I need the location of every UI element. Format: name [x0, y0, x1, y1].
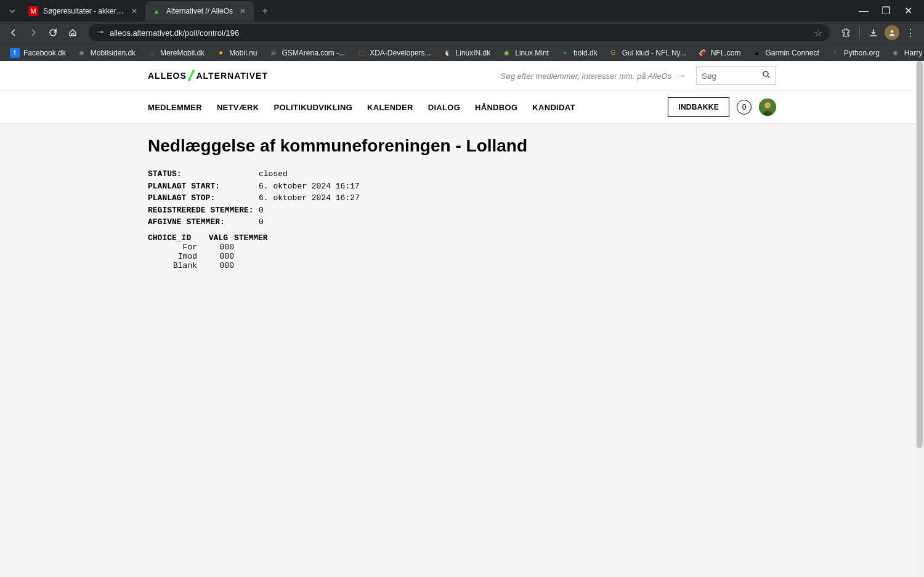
col-choice-id: CHOICE_ID: [148, 233, 203, 243]
bookmark-item[interactable]: fFacebook.dk: [5, 46, 71, 60]
bookmark-item[interactable]: ◉Mobilsiden.dk: [72, 46, 140, 60]
col-valg: VALG: [197, 233, 228, 243]
site-info-icon[interactable]: [96, 28, 105, 38]
scrollbar-thumb[interactable]: [917, 61, 923, 448]
bookmark-item[interactable]: ▣GSMArena.com -...: [263, 46, 350, 60]
tab-title: Søgeresultater - akkerdk@: [43, 7, 124, 15]
home-button[interactable]: [64, 24, 81, 41]
nav-haandbog[interactable]: HÅNDBOG: [475, 103, 517, 112]
page-content: ALLEOS / ALTERNATIVET Søg efter medlemme…: [0, 61, 924, 577]
bookmark-item[interactable]: ★Mobil.nu: [211, 46, 262, 60]
status-value: closed: [259, 168, 288, 180]
site-icon: ▦: [147, 48, 156, 58]
tab-favicon-icon: ▲: [152, 6, 161, 16]
python-icon: ⚕: [830, 48, 840, 58]
site-icon: ●: [560, 48, 570, 58]
bookmark-item[interactable]: 🏈NFL.com: [692, 46, 746, 60]
poll-status-block: STATUS: closed PLANLAGT START: 6. oktobe…: [148, 168, 776, 228]
svg-point-0: [98, 31, 99, 33]
bookmark-item[interactable]: ⬚XDA-Developers...: [351, 46, 436, 60]
table-row: For 000: [148, 243, 776, 252]
svg-point-3: [763, 71, 768, 76]
site-icon: ⬚: [356, 48, 366, 58]
logo-slash-icon: /: [187, 67, 196, 84]
bookmark-item[interactable]: 🐧LinuxIN.dk: [437, 46, 496, 60]
close-icon[interactable]: ✕: [129, 6, 139, 16]
given-value: 0: [259, 216, 264, 228]
table-row: Blank 000: [148, 261, 776, 270]
profile-icon[interactable]: [885, 25, 899, 40]
back-button[interactable]: [5, 24, 22, 41]
start-value: 6. oktober 2024 16:17: [259, 180, 360, 193]
col-stemmer: STEMMER: [234, 233, 268, 243]
nav-politikudvikling[interactable]: POLITIKUDVIKLING: [274, 103, 352, 112]
url-text: alleos.alternativet.dk/poll/control/196: [110, 28, 809, 38]
bookmark-item[interactable]: ▦MereMobil.dk: [142, 46, 209, 60]
menu-icon[interactable]: ⋮: [902, 24, 919, 41]
indbakke-button[interactable]: INDBAKKE: [668, 97, 729, 117]
search-hint: Søg efter medlemmer, interesser mm. på A…: [500, 71, 671, 81]
stop-value: 6. oktober 2024 16:27: [259, 192, 360, 204]
bookmark-item[interactable]: GGul klud - NFL Ny...: [604, 46, 691, 60]
stop-label: PLANLAGT STOP:: [148, 192, 259, 204]
svg-rect-1: [100, 31, 103, 33]
new-tab-button[interactable]: +: [256, 2, 274, 20]
nav-netvaerk[interactable]: NETVÆRK: [217, 103, 259, 112]
tab-active[interactable]: ▲ Alternativet // AlleOs ✕: [145, 1, 254, 21]
tab-bar: M Søgeresultater - akkerdk@ ✕ ▲ Alternat…: [0, 0, 924, 22]
tab-favicon-icon: M: [28, 6, 38, 16]
forward-button[interactable]: [25, 24, 42, 41]
svg-point-2: [891, 30, 893, 33]
reload-button[interactable]: [44, 24, 62, 41]
tab-dropdown[interactable]: [5, 4, 20, 18]
nav-dialog[interactable]: DIALOG: [428, 103, 460, 112]
nav-kandidat[interactable]: KANDIDAT: [532, 103, 575, 112]
start-label: PLANLAGT START:: [148, 180, 259, 193]
site-icon: G: [609, 48, 618, 58]
globe-icon: ◉: [891, 48, 901, 58]
nfl-icon: 🏈: [697, 48, 707, 58]
garmin-icon: ▲: [752, 48, 761, 58]
bookmark-item[interactable]: ▲Garmin Connect: [747, 46, 824, 60]
search-input[interactable]: [702, 71, 762, 81]
avatar[interactable]: [759, 99, 776, 116]
bookmark-item[interactable]: ◉Harry Potter and...: [886, 46, 924, 60]
given-label: AFGIVNE STEMMER:: [148, 216, 259, 228]
close-window-icon[interactable]: ✕: [899, 2, 917, 20]
bookmark-item[interactable]: ⚕Python.org: [825, 46, 885, 60]
penguin-icon: 🐧: [442, 48, 452, 58]
star-icon[interactable]: ☆: [814, 27, 822, 39]
globe-icon: ◉: [77, 48, 87, 58]
tab-title: Alternativet // AlleOs: [166, 7, 233, 15]
facebook-icon: f: [10, 48, 20, 58]
table-row: Imod 000: [148, 252, 776, 261]
arrow-icon: →: [676, 70, 686, 81]
notification-badge[interactable]: 0: [737, 100, 752, 115]
status-label: STATUS:: [148, 168, 259, 180]
reg-label: REGISTREREDE STEMMERE:: [148, 204, 259, 217]
extensions-icon[interactable]: [837, 24, 854, 41]
toolbar: alleos.alternativet.dk/poll/control/196 …: [0, 22, 924, 44]
nav-medlemmer[interactable]: MEDLEMMER: [148, 103, 202, 112]
address-bar[interactable]: alleos.alternativet.dk/poll/control/196 …: [89, 24, 830, 41]
reg-value: 0: [259, 204, 264, 217]
page-title: Nedlæggelse af kommuneforeningen - Lolla…: [148, 136, 776, 156]
search-box[interactable]: [696, 67, 776, 85]
svg-point-5: [764, 102, 771, 108]
maximize-icon[interactable]: ❐: [877, 2, 894, 20]
nav-kalender[interactable]: KALENDER: [367, 103, 413, 112]
site-icon: ▣: [268, 48, 278, 58]
bookmark-item[interactable]: ●bold.dk: [555, 46, 602, 60]
search-icon[interactable]: [762, 70, 771, 81]
bookmark-item[interactable]: ◉Linux Mint: [496, 46, 554, 60]
star-icon: ★: [216, 48, 225, 58]
downloads-icon[interactable]: [865, 24, 882, 41]
tab-inactive[interactable]: M Søgeresultater - akkerdk@ ✕: [22, 1, 145, 21]
scrollbar[interactable]: [915, 61, 924, 577]
mint-icon: ◉: [501, 48, 511, 58]
close-icon[interactable]: ✕: [238, 6, 248, 16]
choice-table: CHOICE_ID VALG STEMMER For 000 Imod 000 …: [148, 233, 776, 270]
site-logo[interactable]: ALLEOS / ALTERNATIVET: [148, 67, 268, 84]
minimize-icon[interactable]: —: [855, 2, 872, 20]
main-nav: MEDLEMMER NETVÆRK POLITIKUDVIKLING KALEN…: [148, 103, 575, 112]
